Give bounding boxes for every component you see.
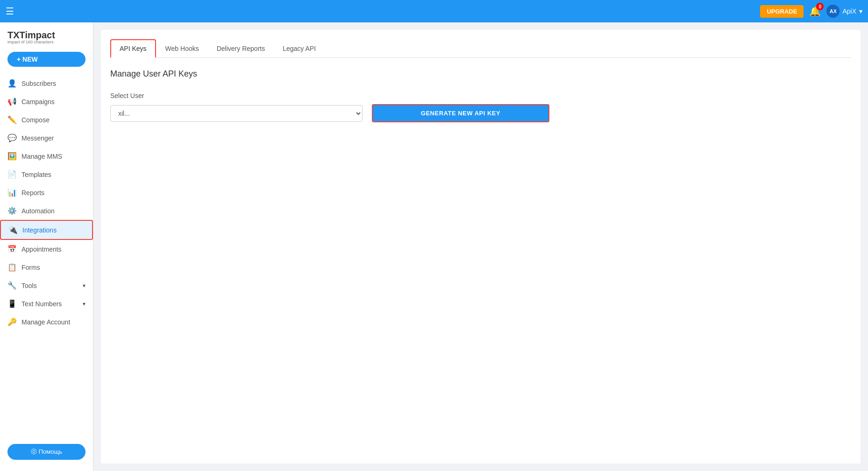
select-row: xil... GENERATE NEW API KEY [110,104,851,122]
sidebar-item-integrations[interactable]: 🔌 Integrations [0,220,93,240]
sidebar-item-reports[interactable]: 📊 Reports [0,183,93,202]
logo-sub: impact of 160 characters [7,40,55,44]
logo: TXTimpact impact of 160 characters [0,22,93,48]
hamburger-icon[interactable]: ☰ [6,6,14,17]
sidebar-bottom: ⓪ Помощь [0,440,93,471]
sidebar-nav: 👤 Subscribers 📢 Campaigns ✏️ Compose 💬 M… [0,74,93,331]
sidebar-item-appointments[interactable]: 📅 Appointments [0,240,93,258]
main-content: API Keys Web Hooks Delivery Reports Lega… [93,22,868,471]
sidebar-item-compose[interactable]: ✏️ Compose [0,111,93,129]
user-name: ApiX [842,7,856,15]
campaigns-icon: 📢 [7,97,17,106]
page-title: Manage User API Keys [110,69,851,79]
logo-text: TXTimpact [7,30,55,41]
notification-badge: 0 [816,3,824,10]
sidebar-item-label: Integrations [22,226,57,234]
tab-api-keys[interactable]: API Keys [110,39,156,58]
sidebar: TXTimpact impact of 160 characters + NEW… [0,22,93,471]
sidebar-item-templates[interactable]: 📄 Templates [0,165,93,183]
sidebar-item-label: Automation [21,207,55,215]
sidebar-item-subscribers[interactable]: 👤 Subscribers [0,74,93,92]
sidebar-item-manage-account[interactable]: 🔑 Manage Account [0,313,93,331]
sidebar-item-label: Campaigns [21,98,55,105]
sidebar-item-campaigns[interactable]: 📢 Campaigns [0,92,93,111]
notification-wrapper[interactable]: 🔔 0 [809,6,821,17]
tab-legacy-api[interactable]: Legacy API [274,39,324,58]
sidebar-item-label: Text Numbers [21,300,62,308]
sidebar-item-messenger[interactable]: 💬 Messenger [0,129,93,147]
sidebar-item-tools[interactable]: 🔧 Tools ▾ [0,276,93,295]
sidebar-item-label: Manage MMS [21,153,62,160]
user-dropdown-icon: ▾ [859,7,862,15]
text-numbers-arrow-icon: ▾ [83,301,85,307]
manage-account-icon: 🔑 [7,317,17,326]
manage-mms-icon: 🖼️ [7,152,17,161]
sidebar-item-text-numbers[interactable]: 📱 Text Numbers ▾ [0,295,93,313]
tab-web-hooks[interactable]: Web Hooks [157,39,207,58]
tools-icon: 🔧 [7,281,17,290]
subscribers-icon: 👤 [7,79,17,88]
topbar-left: ☰ [6,6,14,17]
appointments-icon: 📅 [7,245,17,253]
tabs: API Keys Web Hooks Delivery Reports Lega… [110,39,851,58]
avatar: AX [826,5,840,18]
tab-delivery-reports[interactable]: Delivery Reports [208,39,273,58]
reports-icon: 📊 [7,188,17,197]
user-info[interactable]: AX ApiX ▾ [826,5,862,18]
tools-arrow-icon: ▾ [83,282,85,289]
select-label: Select User [110,92,851,99]
templates-icon: 📄 [7,170,17,179]
sidebar-item-label: Appointments [21,246,62,253]
sidebar-item-label: Manage Account [21,318,70,326]
text-numbers-icon: 📱 [7,299,17,308]
messenger-icon: 💬 [7,134,17,142]
sidebar-item-label: Messenger [21,134,54,142]
automation-icon: ⚙️ [7,206,17,215]
sidebar-item-label: Templates [21,171,51,178]
sidebar-item-label: Reports [21,189,44,197]
new-button[interactable]: + NEW [7,52,85,67]
sidebar-item-automation[interactable]: ⚙️ Automation [0,202,93,220]
help-button[interactable]: ⓪ Помощь [7,444,85,460]
integrations-icon: 🔌 [8,225,18,234]
generate-api-key-button[interactable]: GENERATE NEW API KEY [372,104,549,122]
topbar: ☰ UPGRADE 🔔 0 AX ApiX ▾ [0,0,868,22]
upgrade-button[interactable]: UPGRADE [760,5,804,18]
user-select[interactable]: xil... [110,105,363,122]
forms-icon: 📋 [7,263,17,272]
sidebar-item-forms[interactable]: 📋 Forms [0,258,93,276]
compose-icon: ✏️ [7,115,17,124]
sidebar-item-label: Tools [21,282,37,289]
layout: TXTimpact impact of 160 characters + NEW… [0,22,868,471]
form-section: Select User xil... GENERATE NEW API KEY [110,92,851,132]
sidebar-item-label: Forms [21,264,40,271]
topbar-right: UPGRADE 🔔 0 AX ApiX ▾ [760,5,862,18]
content-area: API Keys Web Hooks Delivery Reports Lega… [101,30,861,464]
sidebar-item-label: Compose [21,116,50,124]
sidebar-item-label: Subscribers [21,80,56,87]
sidebar-item-manage-mms[interactable]: 🖼️ Manage MMS [0,147,93,165]
